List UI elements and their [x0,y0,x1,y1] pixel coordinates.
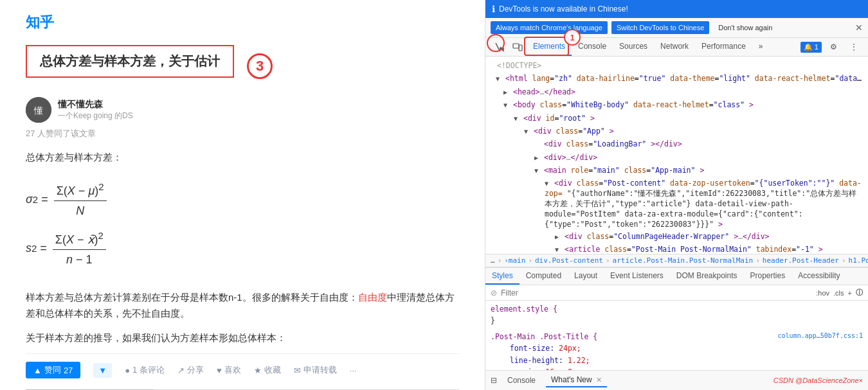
dom-line[interactable]: <body class="WhiteBg-body" data-react-he… [485,98,868,111]
tab-event-listeners[interactable]: Event Listeners [604,268,670,285]
more-button[interactable]: ··· [350,366,357,375]
vote-down-button[interactable]: ▼ [93,363,112,378]
article-content: 总体方差与样本方差： σ2 = Σ(X − μ)2 N s2 = Σ(X − x… [26,149,459,346]
share-icon: ↗ [177,366,185,375]
match-language-button[interactable]: Always match Chrome's language [491,21,608,34]
devtools-tabs: Elements 1 Console Sources Network Perfo… [527,38,770,56]
styles-panel: Styles Computed Layout Event Listeners D… [485,267,868,370]
breadcrumb-main[interactable]: ›main [504,256,525,265]
dom-line[interactable]: <div class="LoadingBar" ></div> [485,137,868,150]
devtools-toolbar: Elements 1 Console Sources Network Perfo… [485,38,868,57]
tab-accessibility[interactable]: Accessibility [791,268,846,285]
tab-styles[interactable]: Styles [485,268,520,285]
tab-performance[interactable]: Performance [695,38,752,56]
info-filter-icon[interactable]: ⓘ [856,288,863,297]
svg-rect-3 [519,45,522,51]
tab-dom-breakpoints[interactable]: DOM Breakpoints [670,268,744,285]
tab-network[interactable]: Network [654,38,695,56]
dom-line[interactable]: <div>…</div> [485,151,868,164]
dom-line[interactable]: <!DOCTYPE> [485,59,868,72]
post-title-rule: .Post-Main .Post-Title { column.app…50b7… [491,331,863,370]
dom-line[interactable]: <head>…</head> [485,85,868,98]
content-para2: 关于样本方差的推导，如果我们认为方差样本形如总体样本： [26,330,459,346]
element-style-rule: element.style { } [491,303,863,327]
article-title-box: 总体方差与样本方差，关于估计 [26,45,234,78]
breadcrumb-ellipsis: … [491,256,495,265]
svg-rect-2 [513,44,519,48]
css-source[interactable]: column.app…50b7f.css:1 [778,331,863,341]
vote-button[interactable]: ▲ 赞同 27 [26,362,80,378]
styles-filter-input[interactable] [501,288,812,297]
styles-tabs: Styles Computed Layout Event Listeners D… [485,268,868,285]
collect-label: 收藏 [264,364,281,376]
request-button[interactable]: ✉ 申请转载 [294,364,337,376]
dom-tree[interactable]: <!DOCTYPE> <html lang="zh" data-hairline… [485,57,868,254]
share-label: 分享 [187,364,204,376]
vote-count: 27 [64,366,73,375]
dont-show-button[interactable]: Don't show again [713,21,777,34]
svg-text:懂: 懂 [33,105,43,116]
breadcrumb-h1[interactable]: h1.Post-Title [849,256,868,265]
annotation-circle-3: 3 [247,53,273,79]
more-label: ··· [350,366,357,375]
close-icon[interactable]: ✕ [855,22,863,33]
dom-line[interactable]: <html lang="zh" data-hairline="true" dat… [485,72,868,85]
author-desc: 一个Keep going 的DS [58,111,133,121]
vote-label: 赞同 [44,364,61,376]
device-toolbar-icon[interactable] [509,38,527,56]
dom-line[interactable]: <div class="ColumnPageHeader-Wrapper" >…… [485,230,868,243]
tab-elements[interactable]: Elements [527,38,572,56]
article-stats: 27 人赞同了该文章 [26,128,459,139]
bottom-tab-console[interactable]: Console [502,374,541,387]
content-para1: 样本方差与总体方差计算差别在于分母是样本数n-1。很多的解释关于自由度：自由度中… [26,289,459,322]
hover-filter[interactable]: :hov [816,289,829,297]
add-filter[interactable]: + [848,289,852,297]
share-button[interactable]: ↗ 分享 [177,364,204,376]
dom-line[interactable]: <main role="main" class="App-main" > [485,164,868,177]
cls-filter[interactable]: .cls [833,289,844,297]
dom-line[interactable]: <div id="root" > [485,112,868,125]
settings-icon[interactable]: ⚙ [824,38,842,56]
content-intro: 总体方差与样本方差： [26,149,459,166]
article-title: 总体方差与样本方差，关于估计 [40,53,220,70]
star-icon: ★ [254,366,262,375]
devtools-prompt-icon: ⊟ [491,376,497,385]
comments-label: 1 条评论 [132,364,165,376]
devtools-lang-bar: Always match Chrome's language Switch De… [485,18,868,38]
notification-badge: 🔔 1 [800,42,822,53]
breadcrumb-article[interactable]: article.Post-Main.Post-NormalMain [613,256,754,265]
comments-button[interactable]: ● 1 条评论 [125,364,165,376]
dom-breadcrumb: … › ›main › div.Post-content › article.P… [485,254,868,267]
author-name[interactable]: 懂不懂先森 [58,99,133,111]
tab-computed[interactable]: Computed [520,268,568,285]
switch-language-button[interactable]: Switch DevTools to Chinese [611,21,709,34]
main-split: 知乎 总体方差与样本方差，关于估计 3 懂 懂不懂先森 一个Keep going… [0,0,868,390]
zhihu-logo: 知乎 [26,13,459,32]
request-icon: ✉ [294,366,301,375]
author-info: 懂不懂先森 一个Keep going 的DS [58,99,133,121]
dom-line[interactable]: <div class="Post-content" data-zop-usert… [485,177,868,230]
breadcrumb-header[interactable]: header.Post-Header [763,256,839,265]
breadcrumb-post-content[interactable]: div.Post-content [535,256,603,265]
filter-icon: ⊘ [491,288,497,297]
collect-button[interactable]: ★ 收藏 [254,364,281,376]
dom-line[interactable]: <article class="Post-Main Post-NormalMai… [485,243,868,254]
devtools-toolbar-right: 🔔 1 ⚙ ⋮ [800,38,863,56]
formula-sigma: σ2 = Σ(X − μ)2 N [26,179,459,221]
tab-properties[interactable]: Properties [744,268,792,285]
formula-s2: s2 = Σ(X − x̄)2 n − 1 [26,227,459,270]
bottom-tab-whatsnew[interactable]: What's New ✕ [546,373,607,387]
tab-layout[interactable]: Layout [568,268,604,285]
dom-line[interactable]: <div class="App" > [485,125,868,137]
heart-icon: ♥ [217,366,222,375]
tab-sources[interactable]: Sources [613,38,654,56]
more-options-icon[interactable]: ⋮ [845,38,863,56]
devtools-info-bar: ℹ DevTools is now available in Chinese! [485,0,868,18]
close-whatsnew-tab[interactable]: ✕ [596,376,602,384]
tab-console[interactable]: Console [572,38,613,56]
content-area: 知乎 总体方差与样本方差，关于估计 3 懂 懂不懂先森 一个Keep going… [0,0,485,390]
author-section: 懂 懂不懂先森 一个Keep going 的DS [26,97,459,123]
inspect-icon[interactable] [491,38,509,56]
tab-more[interactable]: » [752,38,770,56]
like-button[interactable]: ♥ 喜欢 [217,364,241,376]
